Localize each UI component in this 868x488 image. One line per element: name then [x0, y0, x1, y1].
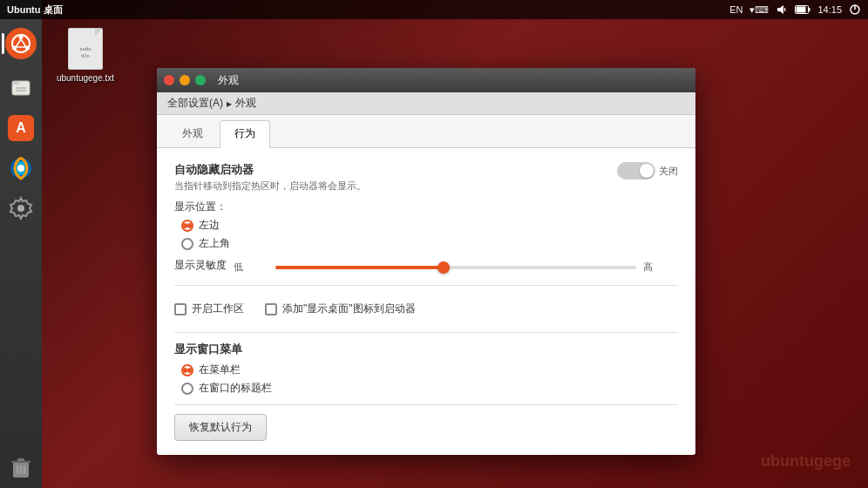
slider-thumb[interactable]	[437, 261, 450, 274]
appearance-dialog: 外观 全部设置(A) ▸ 外观 外观 行为 自动隐藏启动器 当指针移动到指定热区…	[157, 68, 695, 455]
taskbar-settings-button[interactable]	[3, 191, 38, 226]
radio-top-left-label: 左上角	[199, 236, 230, 251]
sensitivity-slider[interactable]	[275, 266, 636, 269]
dialog-title: 外观	[218, 73, 688, 88]
file-icon-label: ubuntugege.txt	[57, 73, 114, 83]
window-menu-title: 显示窗口菜单	[174, 342, 678, 357]
radio-titlebar[interactable]: 在窗口的标题栏	[181, 381, 678, 396]
topbar-right: EN ▾⌨ 14:15	[729, 3, 861, 16]
taskbar-trash-button[interactable]	[3, 450, 38, 485]
file-icon-body: sudo tOn	[68, 28, 103, 70]
ubuntu-logo-icon	[5, 28, 37, 59]
breadcrumb-sep: ▸	[227, 98, 232, 110]
toggle-thumb	[640, 164, 654, 178]
desktop-file-icon[interactable]: sudo tOn ubuntugege.txt	[51, 26, 120, 83]
taskbar-files-button[interactable]	[3, 71, 38, 105]
svg-rect-2	[797, 7, 806, 13]
radio-titlebar-label: 在窗口的标题栏	[199, 381, 272, 396]
taskbar-appstore-button[interactable]: A	[3, 111, 38, 146]
taskbar-firefox-button[interactable]	[3, 151, 38, 186]
breadcrumb-current: 外观	[235, 96, 256, 111]
workspace-checkbox-row[interactable]: 开启工作区	[174, 302, 244, 316]
workspace-label: 开启工作区	[192, 302, 244, 316]
auto-hide-desc: 当指针移动到指定热区时，启动器将会显示。	[174, 180, 366, 193]
desktop: Ubuntu 桌面 EN ▾⌨ 14:15	[0, 0, 868, 488]
add-desktop-checkbox-row[interactable]: 添加"显示桌面"图标到启动器	[265, 302, 416, 316]
window-menu-radio-group: 在菜单栏 在窗口的标题栏	[181, 363, 678, 396]
divider-2	[174, 332, 678, 333]
radio-menubar-circle	[181, 364, 193, 376]
radio-left[interactable]: 左边	[181, 218, 678, 233]
volume-icon	[776, 3, 788, 16]
radio-left-circle	[181, 220, 193, 232]
topbar-time: 14:15	[817, 4, 842, 15]
auto-hide-section-header: 自动隐藏启动器 当指针移动到指定热区时，启动器将会显示。 关闭	[174, 162, 678, 193]
svg-rect-1	[809, 8, 810, 11]
sensitivity-low-label: 低	[234, 261, 268, 274]
restore-defaults-button[interactable]: 恢复默认行为	[174, 414, 267, 441]
taskbar-ubuntu-button[interactable]	[3, 26, 38, 61]
divider-1	[174, 285, 678, 286]
power-icon[interactable]	[849, 3, 861, 16]
tab-appearance[interactable]: 外观	[167, 120, 218, 147]
window-menu-section: 显示窗口菜单 在菜单栏 在窗口的标题栏	[174, 342, 678, 396]
auto-hide-toggle[interactable]: 关闭	[617, 162, 678, 180]
sensitivity-label: 显示灵敏度	[174, 258, 227, 273]
taskbar: A	[0, 0, 42, 488]
toggle-track[interactable]	[617, 162, 655, 180]
checkbox-section: 开启工作区 添加"显示桌面"图标到启动器	[174, 295, 678, 323]
sensitivity-row: 显示灵敏度 低 高	[174, 258, 678, 276]
dialog-content: 外观 行为 自动隐藏启动器 当指针移动到指定热区时，启动器将会显示。 关闭	[157, 115, 695, 455]
add-desktop-checkbox[interactable]	[265, 303, 277, 315]
tab-behavior[interactable]: 行为	[220, 120, 270, 148]
svg-point-15	[17, 165, 24, 172]
radio-left-label: 左边	[199, 218, 220, 233]
watermark: ubuntugege	[761, 452, 851, 471]
file-icon: sudo tOn	[64, 26, 106, 71]
breadcrumb-all[interactable]: 全部设置(A)	[167, 96, 223, 111]
dialog-titlebar: 外观	[157, 68, 695, 92]
workspace-checkbox[interactable]	[174, 303, 186, 315]
sensitivity-high-label: 高	[643, 261, 678, 274]
minimize-button[interactable]	[180, 75, 190, 85]
tab-bar: 外观 行为	[157, 115, 695, 148]
divider-3	[174, 404, 678, 405]
radio-titlebar-circle	[181, 383, 193, 395]
maximize-button[interactable]	[195, 75, 206, 85]
slider-fill	[275, 266, 445, 269]
display-position-label: 显示位置：	[174, 200, 678, 214]
radio-top-left-circle	[181, 238, 193, 250]
display-position-row: 显示位置： 左边 左上角	[174, 200, 678, 251]
dialog-breadcrumb: 全部设置(A) ▸ 外观	[157, 92, 695, 115]
svg-point-6	[19, 35, 24, 39]
radio-menubar-label: 在菜单栏	[199, 363, 241, 377]
add-desktop-label: 添加"显示桌面"图标到启动器	[282, 302, 416, 316]
network-icon: ▾⌨	[749, 4, 769, 16]
svg-rect-19	[17, 458, 24, 462]
toggle-label: 关闭	[659, 165, 678, 178]
keyboard-indicator[interactable]: EN	[729, 4, 743, 15]
battery-icon	[795, 5, 810, 14]
svg-rect-10	[12, 81, 19, 85]
topbar: Ubuntu 桌面 EN ▾⌨ 14:15	[0, 0, 868, 19]
topbar-title: Ubuntu 桌面	[7, 3, 63, 17]
radio-top-left[interactable]: 左上角	[181, 236, 678, 251]
close-button[interactable]	[164, 75, 174, 85]
auto-hide-text: 自动隐藏启动器 当指针移动到指定热区时，启动器将会显示。	[174, 162, 366, 193]
svg-point-16	[17, 205, 24, 212]
display-position-radio-group: 左边 左上角	[181, 218, 678, 251]
behavior-content: 自动隐藏启动器 当指针移动到指定热区时，启动器将会显示。 关闭 显示位置：	[157, 148, 695, 455]
auto-hide-title: 自动隐藏启动器	[174, 162, 366, 178]
radio-menubar[interactable]: 在菜单栏	[181, 363, 678, 377]
